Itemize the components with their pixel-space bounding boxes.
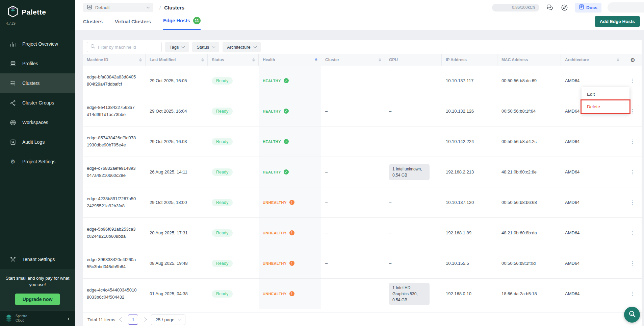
tab-clusters[interactable]: Clusters	[83, 19, 103, 30]
column-header-status[interactable]: Status	[208, 54, 259, 66]
cell-machine-id: edge-857438426ef9d9781930dbe90b705e4e	[83, 126, 146, 157]
sort-icon[interactable]	[379, 58, 381, 62]
row-actions-kebab-icon[interactable]: ⋮	[628, 229, 637, 237]
gpu-empty: –	[389, 109, 391, 114]
search-input[interactable]	[98, 45, 158, 50]
row-actions-kebab-icon[interactable]: ⋮	[628, 259, 637, 267]
cell-mac-address: 18:66:da:2a:b5:18	[497, 279, 561, 309]
cell-machine-id: edge-396338420e4f260a55c3bbd046db9b64	[83, 248, 146, 278]
tab-label: Virtual Clusters	[115, 19, 151, 24]
sidebar-item-audit-logs[interactable]: Audit Logs	[0, 132, 75, 152]
row-actions-kebab-icon[interactable]: ⋮	[628, 290, 637, 298]
chat-icon[interactable]	[545, 3, 554, 12]
health-label: UNHEALTHY	[263, 231, 287, 235]
context-menu-edit[interactable]: Edit	[582, 88, 629, 100]
status-filter-dropdown[interactable]: Status	[192, 42, 219, 52]
support-chat-button[interactable]	[624, 307, 640, 323]
status-badge: Ready	[212, 138, 233, 145]
cell-ip-address: 10.10.155.5	[442, 248, 497, 278]
palette-logo[interactable]: Palette	[0, 0, 75, 20]
project-selector[interactable]: Default	[83, 3, 153, 12]
search-icon	[91, 44, 95, 50]
sidebar-item-clusters[interactable]: Clusters	[0, 73, 75, 93]
cell-last-modified: 01 Aug 2025, 04:38	[146, 279, 208, 309]
cluster-empty: –	[325, 200, 328, 205]
project-selector-value: Default	[95, 5, 144, 10]
table-settings-gear-icon[interactable]: ⚙	[630, 57, 635, 63]
cell-ip-address: 10.10.142.224	[442, 126, 497, 157]
cell-last-modified: 29 Oct 2025, 18:00	[146, 187, 208, 217]
sidebar-nav: Project Overview Profiles Clusters Clust…	[0, 30, 75, 171]
compass-icon[interactable]	[560, 3, 569, 12]
column-header-architecture[interactable]: Architecture	[561, 54, 623, 66]
sort-icon[interactable]	[617, 58, 619, 62]
sort-icon[interactable]	[201, 58, 204, 62]
next-page-icon[interactable]	[142, 317, 147, 322]
cluster-empty: –	[325, 230, 328, 235]
row-actions-kebab-icon[interactable]: ⋮	[628, 77, 637, 85]
chevron-down-icon	[212, 45, 215, 48]
sidebar-item-project-overview[interactable]: Project Overview	[0, 34, 75, 54]
cell-gpu: –	[385, 66, 442, 96]
sidebar-item-profiles[interactable]: Profiles	[0, 54, 75, 73]
context-menu-delete[interactable]: Delete	[582, 100, 629, 113]
warning-circle-icon: !	[289, 200, 294, 205]
sort-icon[interactable]	[139, 58, 142, 62]
cell-last-modified: 29 Oct 2025, 16:05	[146, 66, 208, 96]
column-header-gpu: GPU	[385, 54, 442, 66]
tab-edge-hosts[interactable]: Edge Hosts 11	[163, 17, 201, 30]
chevron-down-icon	[182, 45, 185, 48]
row-actions-kebab-icon[interactable]: ⋮	[628, 168, 637, 176]
add-edge-hosts-button[interactable]: Add Edge Hosts	[595, 16, 640, 27]
version-label: 4.7.29	[0, 20, 75, 30]
content-area: Tags Status Architecture Machine IDLast …	[75, 30, 644, 326]
cell-mac-address: 00:50:56:b8:1f:0d	[497, 248, 561, 278]
column-header-last-modified[interactable]: Last Modified	[146, 54, 208, 66]
cell-status: Ready	[208, 96, 259, 126]
cell-status: Ready	[208, 157, 259, 187]
tab-label: Edge Hosts	[163, 18, 190, 23]
book-icon	[579, 4, 584, 10]
cell-health: HEALTHY✓	[259, 96, 321, 126]
row-context-menu: Edit Delete	[582, 87, 629, 114]
column-header-cluster[interactable]: Cluster	[321, 54, 385, 66]
cell-status: Ready	[208, 66, 259, 96]
cell-ip-address: 192.168.0.10	[442, 279, 497, 309]
tab-virtual-clusters[interactable]: Virtual Clusters	[115, 19, 151, 30]
machine-id-search[interactable]	[87, 42, 162, 52]
cell-status: Ready	[208, 187, 259, 217]
page-size-select[interactable]: 25 / page	[151, 315, 185, 325]
cell-cluster: –	[321, 66, 385, 96]
account-pill[interactable]	[608, 2, 644, 13]
row-actions-kebab-icon[interactable]: ⋮	[628, 138, 637, 145]
sidebar-item-label: Profiles	[22, 61, 38, 66]
breadcrumb-current: Clusters	[164, 5, 184, 10]
cell-status: Ready	[208, 279, 259, 309]
cell-cluster: –	[321, 157, 385, 187]
cell-status: Ready	[208, 126, 259, 157]
table-row: edge-4c4c4544003450108033b6c04f50443201 …	[83, 279, 642, 309]
sidebar-item-cluster-groups[interactable]: Cluster Groups	[0, 93, 75, 113]
column-header-health[interactable]: Health	[259, 54, 321, 66]
app-root: Palette 4.7.29 Project Overview Profiles	[0, 0, 644, 326]
cell-mac-address: 00:50:56:b8:1f:64	[497, 96, 561, 126]
collapse-sidebar-icon[interactable]: ‹	[68, 316, 70, 322]
column-label: GPU	[389, 57, 398, 62]
sidebar-item-tenant-settings[interactable]: Tenant Settings	[0, 250, 75, 269]
previous-page-icon[interactable]	[119, 317, 124, 322]
cell-health: UNHEALTHY!	[259, 279, 321, 309]
sort-icon[interactable]	[252, 58, 255, 62]
sidebar-item-project-settings[interactable]: ⚙ Project Settings	[0, 152, 75, 171]
current-page-button[interactable]: 1	[128, 315, 138, 325]
docs-button[interactable]: Docs	[575, 3, 601, 13]
sort-icon[interactable]	[315, 58, 317, 62]
cell-mac-address: 48:21:0b:60:c2:8e	[497, 157, 561, 187]
architecture-filter-dropdown[interactable]: Architecture	[223, 42, 260, 52]
upgrade-now-button[interactable]: Upgrade now	[15, 294, 60, 305]
tags-filter-dropdown[interactable]: Tags	[165, 42, 189, 52]
column-label: IP Address	[446, 57, 467, 62]
column-header-machine-id[interactable]: Machine ID	[83, 54, 146, 66]
edge-hosts-count-badge: 11	[193, 17, 201, 24]
row-actions-kebab-icon[interactable]: ⋮	[628, 199, 637, 206]
sidebar-item-workspaces[interactable]: Workspaces	[0, 113, 75, 132]
